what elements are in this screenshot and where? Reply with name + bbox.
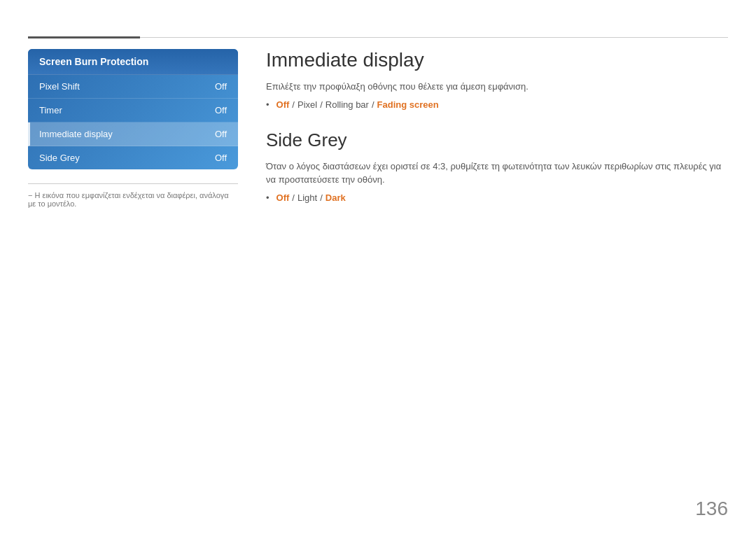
opt-light: Light [298,192,317,203]
menu-item-timer-value: Off [215,105,227,115]
footnote-text: − Η εικόνα που εμφανίζεται ενδέχεται να … [28,191,238,208]
side-grey-desc: Όταν ο λόγος διαστάσεων έχει οριστεί σε … [266,160,728,187]
side-grey-bullet: • [266,192,270,203]
menu-item-side-grey-value: Off [215,153,227,163]
menu-item-pixel-shift-label: Pixel Shift [39,81,80,92]
menu-item-pixel-shift[interactable]: Pixel Shift Off [28,75,238,99]
opt-sep-2: / [320,99,323,110]
opt-sep-5: / [320,192,323,203]
left-panel: Screen Burn Protection Pixel Shift Off T… [28,49,238,506]
opt-sep-4: / [292,192,295,203]
menu-header: Screen Burn Protection [28,49,238,75]
immediate-display-desc: Επιλέξτε την προφύλαξη οθόνης που θέλετε… [266,80,728,94]
right-panel: Immediate display Επιλέξτε την προφύλαξη… [266,49,728,506]
menu-item-timer[interactable]: Timer Off [28,99,238,122]
menu-item-immediate-display-value: Off [215,129,227,139]
menu-item-pixel-shift-value: Off [215,81,227,92]
opt-sep-1: / [292,99,295,110]
opt-fading-screen: Fading screen [377,99,439,110]
opt-off-1: Off [276,99,290,110]
opt-sep-3: / [372,99,374,110]
top-line-light [140,37,728,38]
side-grey-title: Side Grey [266,129,728,151]
opt-pixel: Pixel [298,99,317,110]
opt-rolling-bar: Rolling bar [326,99,369,110]
side-grey-options: • Off / Light / Dark [266,192,728,203]
opt-dark: Dark [326,192,346,203]
menu-box: Screen Burn Protection Pixel Shift Off T… [28,49,238,169]
main-content: Screen Burn Protection Pixel Shift Off T… [28,49,728,506]
menu-item-immediate-display-label: Immediate display [39,129,113,139]
immediate-display-title: Immediate display [266,49,728,71]
immediate-display-options: • Off / Pixel / Rolling bar / Fading scr… [266,99,728,110]
menu-item-side-grey[interactable]: Side Grey Off [28,146,238,169]
opt-off-2: Off [276,192,290,203]
menu-item-side-grey-label: Side Grey [39,153,80,163]
menu-item-immediate-display[interactable]: Immediate display Off [28,122,238,146]
page-number: 136 [695,498,728,520]
immediate-display-bullet: • [266,99,270,110]
menu-item-timer-label: Timer [39,105,62,115]
footnote-container: − Η εικόνα που εμφανίζεται ενδέχεται να … [28,183,238,208]
top-lines [28,36,728,38]
top-line-dark [28,36,140,38]
